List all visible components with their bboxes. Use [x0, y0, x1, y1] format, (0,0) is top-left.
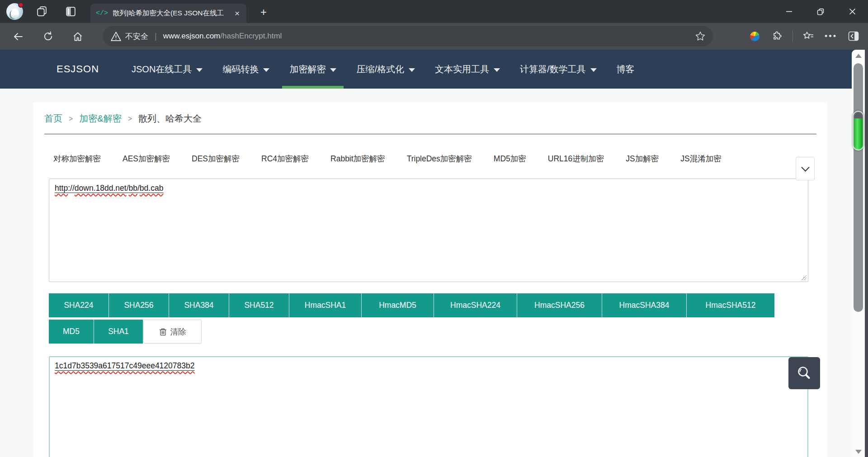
- tab-close-icon[interactable]: ×: [235, 9, 240, 19]
- hash-button-hmacsha256[interactable]: HmacSHA256: [517, 293, 602, 317]
- minimize-button[interactable]: [773, 0, 805, 23]
- site-logo[interactable]: ESJSON: [57, 50, 99, 89]
- hash-button-sha256[interactable]: SHA256: [109, 293, 169, 317]
- hash-buttons-row1: SHA224SHA256SHA384SHA512HmacSHA1HmacMD5H…: [49, 293, 827, 317]
- hash-button-hmacsha512[interactable]: HmacSHA512: [687, 293, 774, 317]
- hash-button-sha224[interactable]: SHA224: [49, 293, 109, 317]
- breadcrumb-divider: [44, 134, 816, 134]
- hash-buttons: SHA224SHA256SHA384SHA512HmacSHA1HmacMD5H…: [49, 293, 827, 344]
- site-favicon-icon: </>: [96, 9, 108, 17]
- resize-grip-icon[interactable]: [801, 275, 807, 280]
- cipher-tab-3[interactable]: DES加密解密: [192, 153, 240, 164]
- hash-button-sha384[interactable]: SHA384: [169, 293, 229, 317]
- scrollbar[interactable]: [852, 50, 865, 457]
- toolbar-extensions-area: •••: [745, 26, 863, 47]
- scrollbar-track[interactable]: [854, 63, 863, 312]
- magnify-search-button[interactable]: [788, 357, 820, 389]
- new-tab-button[interactable]: +: [256, 5, 271, 20]
- breadcrumb-current: 散列、哈希大全: [138, 113, 202, 125]
- chevron-down-icon: [263, 68, 269, 72]
- nav-item-1[interactable]: JSON在线工具: [132, 50, 203, 89]
- hash-button-hmacsha384[interactable]: HmacSHA384: [602, 293, 687, 317]
- nav-item-2[interactable]: 编码转换: [222, 50, 269, 89]
- sidebar-toggle-icon[interactable]: [844, 27, 863, 45]
- nav-item-label: 计算器/数学工具: [520, 63, 586, 75]
- nav-item-4[interactable]: 压缩/格式化: [356, 50, 415, 89]
- hash-button-hmacsha224[interactable]: HmacSHA224: [434, 293, 517, 317]
- vertical-tabs-icon[interactable]: [65, 6, 76, 17]
- browser-titlebar: </> 散列|哈希加密大全(ES JSON在线工 × +: [0, 0, 868, 23]
- cipher-tabs: 对称加密解密AES加密解密DES加密解密RC4加密解密Rabbit加密解密Tri…: [53, 147, 816, 170]
- breadcrumb: 首页>加密&解密>散列、哈希大全: [44, 113, 827, 125]
- tabs-expand-button[interactable]: [796, 157, 815, 180]
- address-bar[interactable]: 不安全 | www.esjson.com/hashEncrypt.html: [103, 26, 713, 47]
- close-window-button[interactable]: [836, 0, 868, 23]
- not-secure-warning-icon: [110, 31, 122, 42]
- browser-essentials-icon[interactable]: [745, 27, 764, 45]
- refresh-button[interactable]: [39, 28, 57, 46]
- chevron-down-icon: [409, 68, 415, 72]
- content-card: 首页>加密&解密>散列、哈希大全 对称加密解密AES加密解密DES加密解密RC4…: [33, 103, 827, 457]
- nav-item-label: 压缩/格式化: [356, 63, 404, 75]
- address-separator: |: [155, 32, 157, 41]
- cipher-tab-2[interactable]: AES加密解密: [123, 153, 170, 164]
- hash-button-sha1[interactable]: SHA1: [94, 320, 143, 344]
- breadcrumb-link[interactable]: 加密&解密: [79, 113, 121, 125]
- url-host[interactable]: www.esjson.com: [163, 32, 221, 41]
- url-path[interactable]: /hashEncrypt.html: [220, 32, 282, 41]
- cipher-tab-6[interactable]: TripleDes加密解密: [407, 153, 472, 164]
- browser-toolbar: 不安全 | www.esjson.com/hashEncrypt.html: [0, 23, 868, 50]
- breadcrumb-separator: >: [69, 115, 73, 123]
- hash-buttons-row2: MD5SHA1清除: [49, 320, 827, 344]
- toolbar-divider: [793, 30, 793, 42]
- hash-button-hmacsha1[interactable]: HmacSHA1: [289, 293, 362, 317]
- scrollbar-thumb[interactable]: [853, 111, 864, 151]
- settings-more-icon[interactable]: •••: [822, 27, 840, 45]
- plaintext-input[interactable]: http://down.18dd.net/bb/bd.cab: [49, 179, 808, 282]
- cipher-tab-10[interactable]: JS混淆加密: [680, 153, 721, 164]
- favorite-star-icon[interactable]: [695, 31, 706, 42]
- cipher-tab-9[interactable]: JS加解密: [626, 153, 659, 164]
- window-controls: [773, 0, 868, 23]
- clear-button[interactable]: 清除: [143, 320, 202, 344]
- nav-item-label: 文本实用工具: [435, 63, 489, 75]
- nav-item-label: 编码转换: [222, 63, 259, 75]
- home-button[interactable]: [69, 28, 87, 46]
- collections-icon[interactable]: [799, 27, 817, 45]
- nav-item-6[interactable]: 计算器/数学工具: [520, 50, 597, 89]
- chevron-down-icon: [590, 68, 597, 72]
- hash-output[interactable]: 1c1d7b3539a617517c49eee4120783b2: [49, 356, 808, 457]
- site-navbar: ESJSON JSON在线工具编码转换加密解密压缩/格式化文本实用工具计算器/数…: [0, 50, 868, 89]
- browser-window: </> 散列|哈希加密大全(ES JSON在线工 × +: [0, 0, 868, 457]
- extensions-puzzle-icon[interactable]: [768, 27, 786, 45]
- cipher-tabs-strip: 对称加密解密AES加密解密DES加密解密RC4加密解密Rabbit加密解密Tri…: [53, 147, 816, 170]
- breadcrumb-separator: >: [128, 115, 132, 123]
- scroll-down-arrow-icon[interactable]: [855, 450, 862, 454]
- cipher-tab-1[interactable]: 对称加密解密: [53, 153, 101, 164]
- page-background: 首页>加密&解密>散列、哈希大全 对称加密解密AES加密解密DES加密解密RC4…: [0, 89, 868, 457]
- workspaces-icon[interactable]: [36, 6, 47, 17]
- nav-item-label: JSON在线工具: [132, 63, 192, 75]
- hash-output-value: 1c1d7b3539a617517c49eee4120783b2: [55, 361, 194, 370]
- nav-item-7[interactable]: 博客: [617, 50, 635, 89]
- hash-button-sha512[interactable]: SHA512: [229, 293, 289, 317]
- breadcrumb-link[interactable]: 首页: [44, 113, 62, 125]
- cipher-tab-7[interactable]: MD5加密: [494, 153, 526, 164]
- security-label[interactable]: 不安全: [125, 31, 148, 42]
- restore-button[interactable]: [805, 0, 836, 23]
- hash-button-md5[interactable]: MD5: [49, 320, 94, 344]
- notification-dot: [18, 2, 24, 8]
- cipher-tab-5[interactable]: Rabbit加密解密: [330, 153, 385, 164]
- cipher-tab-4[interactable]: RC4加密解密: [261, 153, 309, 164]
- trash-icon: [159, 328, 167, 336]
- scroll-up-arrow-icon[interactable]: [855, 54, 862, 58]
- back-button[interactable]: [9, 28, 27, 46]
- nav-menu: JSON在线工具编码转换加密解密压缩/格式化文本实用工具计算器/数学工具博客: [132, 50, 634, 89]
- nav-item-5[interactable]: 文本实用工具: [435, 50, 500, 89]
- nav-item-3[interactable]: 加密解密: [289, 50, 336, 89]
- chevron-down-icon: [801, 163, 809, 171]
- hash-button-hmacmd5[interactable]: HmacMD5: [362, 293, 434, 317]
- chevron-down-icon: [196, 68, 203, 72]
- cipher-tab-8[interactable]: URL16进制加密: [548, 153, 604, 164]
- browser-tab[interactable]: </> 散列|哈希加密大全(ES JSON在线工 ×: [90, 4, 246, 23]
